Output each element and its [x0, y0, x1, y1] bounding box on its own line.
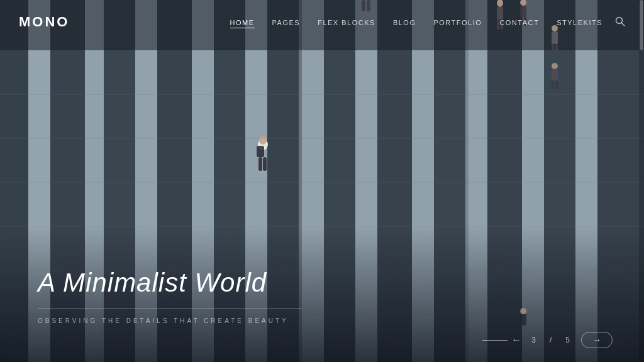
svg-point-49 [552, 63, 558, 69]
navbar: MONO HOME PAGES FLEX BLOCKS BLOG PORTFOL… [0, 0, 644, 44]
nav-link-flex-blocks[interactable]: FLEX BLOCKS [318, 19, 375, 26]
nav-link-portfolio[interactable]: PORTFOLIO [433, 19, 482, 26]
slide-separator: / [550, 336, 553, 344]
next-button[interactable]: → [581, 332, 613, 348]
next-arrow-icon: → [592, 335, 601, 345]
svg-rect-56 [520, 314, 526, 326]
scrollbar-track[interactable] [639, 0, 644, 362]
nav-link-stylekits[interactable]: STYLEKITS [557, 19, 602, 26]
svg-rect-51 [552, 80, 554, 89]
nav-item-portfolio[interactable]: PORTFOLIO [433, 16, 482, 28]
person-bottom-right [520, 308, 526, 326]
nav-item-contact[interactable]: CONTACT [499, 16, 539, 28]
svg-rect-47 [552, 44, 554, 53]
nav-item-blog[interactable]: BLOG [393, 16, 416, 28]
nav-item-pages[interactable]: PAGES [272, 16, 301, 28]
nav-link-blog[interactable]: BLOG [393, 19, 416, 26]
search-icon[interactable] [615, 16, 625, 28]
svg-rect-48 [555, 44, 558, 53]
nav-item-flex-blocks[interactable]: FLEX BLOCKS [318, 16, 375, 28]
nav-link-contact[interactable]: CONTACT [499, 19, 539, 26]
nav-links: HOME PAGES FLEX BLOCKS BLOG PORTFOLIO CO… [230, 16, 602, 28]
prev-arrow-icon: ← [511, 334, 521, 346]
svg-line-58 [622, 23, 625, 26]
nav-link-pages[interactable]: PAGES [272, 19, 301, 26]
svg-rect-35 [263, 157, 267, 171]
prev-arrow[interactable]: ← [482, 334, 521, 346]
slider-controls: ← 3 / 5 → [482, 332, 613, 348]
hero-content: A Minimalist World OBSERVING THE DETAILS… [38, 268, 302, 324]
svg-rect-34 [258, 157, 262, 171]
hero-subtitle: OBSERVING THE DETAILS THAT CREATE BEAUTY [38, 317, 302, 324]
hero-title: A Minimalist World [38, 268, 302, 298]
svg-point-36 [259, 136, 267, 145]
slide-current: 3 [531, 336, 537, 344]
slide-total: 5 [565, 336, 571, 344]
logo[interactable]: MONO [19, 14, 69, 30]
svg-point-55 [520, 308, 526, 314]
svg-rect-33 [257, 146, 264, 157]
nav-item-stylekits[interactable]: STYLEKITS [557, 16, 602, 28]
svg-rect-52 [555, 80, 558, 89]
scrollbar-thumb[interactable] [640, 0, 643, 50]
nav-item-home[interactable]: HOME [230, 16, 255, 28]
svg-rect-50 [552, 69, 558, 80]
nav-link-home[interactable]: HOME [230, 19, 255, 28]
prev-arrow-line [482, 340, 508, 341]
hero-divider [38, 308, 302, 309]
